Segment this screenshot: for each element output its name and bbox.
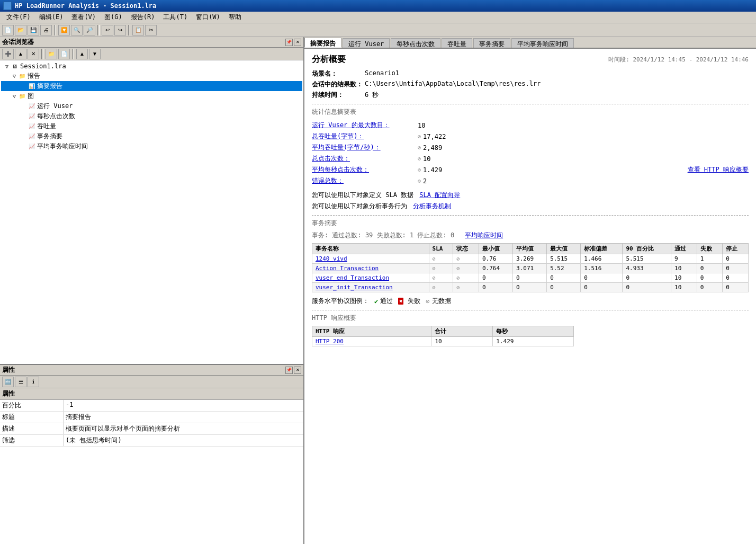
- open-button[interactable]: 📂: [15, 25, 26, 35]
- sla-config-row: 您可以使用以下对象定义 SLA 数据 SLA 配置向导: [312, 191, 749, 200]
- trans-name-1[interactable]: Action Transaction: [312, 264, 429, 273]
- close-panel-button[interactable]: ✕: [294, 39, 301, 46]
- session-tree[interactable]: ▽ 🖥 Session1.lra ▽ 📁 报告 📊 摘要报告 ▽: [0, 60, 303, 364]
- stats-value-5: 2: [423, 177, 749, 185]
- stats-row-4: 平均每秒点击次数： ⊘ 1.429 查看 HTTP 响应概要: [312, 164, 749, 175]
- sla-analyze-link[interactable]: 分析事务机制: [413, 202, 451, 210]
- tree-session[interactable]: ▽ 🖥 Session1.lra: [1, 61, 302, 71]
- avg-response-link[interactable]: 平均响应时间: [465, 231, 503, 240]
- col-max: 最大值: [547, 244, 581, 254]
- filter-button[interactable]: 🔽: [58, 25, 70, 35]
- http-table: HTTP 响应 合计 每秒 HTTP 200 10 1.429: [312, 326, 574, 346]
- session-down-button[interactable]: ▼: [89, 49, 101, 59]
- session-up-button[interactable]: ▲: [76, 49, 88, 59]
- tree-label-summary: 摘要报告: [37, 82, 62, 91]
- menu-edit[interactable]: 编辑(E): [35, 12, 68, 23]
- session-browser-title: 会话浏览器: [2, 38, 34, 47]
- tab-throughput[interactable]: 吞吐量: [442, 38, 472, 48]
- duration-value: 6 秒: [365, 91, 379, 100]
- stats-table: 运行 Vuser 的最大数目： 10 总吞吐量(字节)： ⊘ 17,422 平均…: [312, 120, 749, 186]
- session-props-button[interactable]: ▲: [15, 49, 26, 59]
- tab-trans-summary[interactable]: 事务摘要: [473, 38, 510, 48]
- session-icon: 🖥: [11, 62, 19, 70]
- new-button[interactable]: 📄: [2, 25, 14, 35]
- sla-fail-item: ✖ 失败: [398, 297, 420, 306]
- sep3: [128, 25, 130, 35]
- props-info[interactable]: ℹ: [28, 377, 39, 387]
- tree-hits-per-sec[interactable]: 📈 每秒点击次数: [1, 111, 302, 121]
- sla-config-link[interactable]: SLA 配置向导: [419, 191, 460, 199]
- props-sort-az[interactable]: 🔤: [2, 377, 14, 387]
- tree-avg-trans[interactable]: 📈 平均事务响应时间: [1, 141, 302, 151]
- col-status: 状态: [453, 244, 479, 254]
- col-sla: SLA: [429, 244, 453, 254]
- scenario-label: 场景名：: [312, 69, 365, 78]
- chart-icon-trans: 📈: [28, 132, 36, 141]
- stats-label-0[interactable]: 运行 Vuser 的最大数目：: [312, 121, 418, 130]
- sla-legend: 服务水平协议图例： ✔ 通过 ✖ 失败 ⊘ 无数据: [312, 297, 749, 306]
- session-add-button[interactable]: ➕: [2, 49, 14, 59]
- stats-label-1[interactable]: 总吞吐量(字节)：: [312, 132, 418, 141]
- trans-name-0[interactable]: 1240_vivd: [312, 254, 429, 264]
- tree-running-vuser[interactable]: 📈 运行 Vuser: [1, 101, 302, 111]
- copy-button[interactable]: 📋: [132, 25, 144, 35]
- menu-file[interactable]: 文件(F): [2, 12, 35, 23]
- http-row-0: HTTP 200 10 1.429: [312, 337, 574, 346]
- props-label-desc: 描述: [0, 423, 64, 434]
- tree-toggle-reports[interactable]: ▽: [11, 73, 18, 80]
- props-row-pct: 百分比 -1: [0, 400, 303, 412]
- print-button[interactable]: 🖨: [40, 25, 52, 35]
- tree-charts[interactable]: ▽ 📁 图: [1, 91, 302, 101]
- session-open-button[interactable]: 📁: [46, 49, 57, 59]
- tree-trans-summary[interactable]: 📈 事务摘要: [1, 131, 302, 141]
- stats-label-3[interactable]: 总点击次数：: [312, 154, 418, 163]
- trans-name-3[interactable]: vuser_init_Transaction: [312, 283, 429, 292]
- pin-button[interactable]: 📌: [285, 39, 293, 46]
- session-remove-button[interactable]: ✕: [28, 49, 39, 59]
- props-pin-button[interactable]: 📌: [285, 367, 293, 374]
- zoom-out-button[interactable]: 🔎: [84, 25, 95, 35]
- http-response-0[interactable]: HTTP 200: [312, 337, 431, 346]
- http-response-link[interactable]: 查看 HTTP 响应概要: [688, 165, 749, 174]
- col-stop: 停止: [723, 244, 749, 254]
- tab-avg-trans-time[interactable]: 平均事务响应时间: [511, 38, 574, 48]
- stats-icon-5: ⊘: [418, 178, 421, 184]
- tree-toggle-charts[interactable]: ▽: [11, 93, 18, 100]
- menu-report[interactable]: 报告(R): [127, 12, 159, 23]
- stats-label-2[interactable]: 平均吞吐量(字节/秒)：: [312, 143, 418, 152]
- zoom-in-button[interactable]: 🔍: [71, 25, 83, 35]
- props-toolbar: 🔤 ☰ ℹ: [0, 376, 303, 388]
- stats-label-4[interactable]: 平均每秒点击次数：: [312, 165, 418, 174]
- trans-row-0: 1240_vivd ⊘ ⊘ 0.76 3.269 5.515 1.466 5.5…: [312, 254, 749, 264]
- save-button[interactable]: 💾: [28, 25, 39, 35]
- trans-name-2[interactable]: vuser_end_Transaction: [312, 273, 429, 283]
- redo-button[interactable]: ↪: [114, 25, 126, 35]
- stats-label-5[interactable]: 错误总数：: [312, 176, 418, 185]
- menu-window[interactable]: 窗口(W): [192, 12, 224, 23]
- trans-sla-3: ⊘: [429, 283, 453, 292]
- tree-reports[interactable]: ▽ 📁 报告: [1, 71, 302, 81]
- menu-graph[interactable]: 图(G): [100, 12, 127, 23]
- sla-fail-icon: ✖: [398, 298, 403, 305]
- tab-running-vuser[interactable]: 运行 Vuser: [343, 38, 390, 48]
- menu-view[interactable]: 查看(V): [67, 12, 100, 23]
- tree-throughput[interactable]: 📈 吞吐量: [1, 121, 302, 131]
- info-row-result: 会话中的结果数： C:\Users\Untifa\AppData\Local\T…: [312, 80, 749, 89]
- tree-summary-report[interactable]: 📊 摘要报告: [1, 81, 302, 91]
- trans-stop-3: 0: [723, 283, 749, 292]
- tree-label-avg-trans: 平均事务响应时间: [37, 142, 88, 151]
- session-close-button[interactable]: 📄: [58, 49, 70, 59]
- props-sort-cat[interactable]: ☰: [15, 377, 26, 387]
- sep2: [97, 25, 100, 35]
- menu-help[interactable]: 帮助: [224, 12, 246, 23]
- stats-value-2: 2,489: [423, 144, 749, 151]
- tab-hits-per-sec[interactable]: 每秒点击次数: [391, 38, 440, 48]
- delete-button[interactable]: ✂: [145, 25, 157, 35]
- menu-tools[interactable]: 工具(T): [159, 12, 192, 23]
- tab-summary-report[interactable]: 摘要报告: [304, 38, 341, 48]
- undo-button[interactable]: ↩: [102, 25, 113, 35]
- tree-toggle-session[interactable]: ▽: [3, 63, 11, 70]
- trans-std-1: 1.516: [581, 264, 623, 273]
- trans-max-2: 0: [547, 273, 581, 283]
- props-close-button[interactable]: ✕: [294, 367, 301, 374]
